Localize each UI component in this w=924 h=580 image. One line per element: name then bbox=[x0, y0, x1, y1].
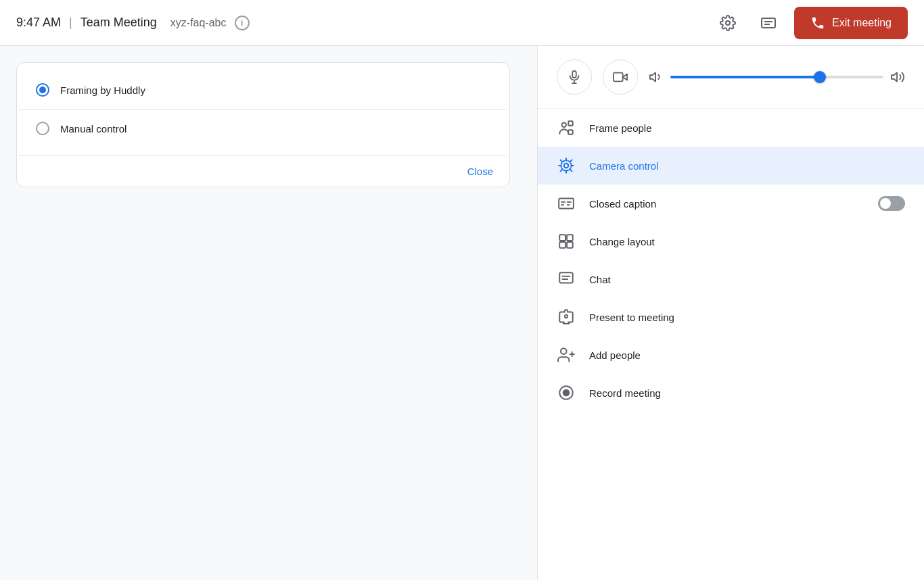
info-icon[interactable]: i bbox=[235, 16, 250, 30]
frame-people-icon bbox=[557, 118, 576, 137]
add-people-icon bbox=[557, 345, 576, 364]
svg-rect-24 bbox=[567, 242, 573, 248]
svg-rect-8 bbox=[614, 73, 623, 82]
camera-card-footer: Close bbox=[17, 156, 509, 187]
audio-controls bbox=[538, 46, 924, 109]
svg-point-28 bbox=[565, 315, 568, 318]
svg-rect-4 bbox=[572, 71, 576, 78]
captions-button[interactable] bbox=[754, 8, 783, 38]
header-right: Exit meeting bbox=[713, 7, 908, 39]
menu-item-change-layout[interactable]: Change layout bbox=[538, 222, 924, 260]
menu-item-present[interactable]: Present to meeting bbox=[538, 298, 924, 336]
volume-low-icon bbox=[649, 70, 664, 84]
gear-icon bbox=[720, 15, 736, 31]
svg-rect-12 bbox=[568, 121, 573, 126]
exit-label: Exit meeting bbox=[832, 17, 892, 29]
svg-rect-13 bbox=[568, 130, 573, 135]
svg-marker-9 bbox=[650, 73, 655, 82]
right-panel: Frame people Camera control bbox=[538, 46, 924, 580]
svg-rect-25 bbox=[559, 272, 573, 283]
left-panel: Framing by Huddly Manual control Close bbox=[0, 46, 538, 580]
header: 9:47 AM | Team Meeting xyz-faq-abc i Exi… bbox=[0, 0, 924, 46]
header-divider: | bbox=[69, 16, 72, 30]
menu-item-frame-people[interactable]: Frame people bbox=[538, 109, 924, 147]
header-title: Team Meeting bbox=[80, 16, 157, 30]
menu-item-camera-control[interactable]: Camera control bbox=[538, 147, 924, 185]
volume-high-icon bbox=[890, 70, 905, 84]
menu-item-record[interactable]: Record meeting bbox=[538, 374, 924, 412]
svg-point-0 bbox=[726, 21, 730, 25]
close-button[interactable]: Close bbox=[467, 166, 493, 177]
svg-marker-7 bbox=[623, 74, 627, 80]
menu-item-add-people[interactable]: Add people bbox=[538, 336, 924, 374]
change-layout-label: Change layout bbox=[589, 236, 905, 247]
radio-framing bbox=[36, 83, 49, 97]
closed-caption-label: Closed caption bbox=[589, 198, 864, 210]
meeting-code: xyz-faq-abc bbox=[170, 17, 227, 29]
menu-item-chat[interactable]: Chat bbox=[538, 260, 924, 298]
svg-point-14 bbox=[564, 164, 569, 168]
frame-people-label: Frame people bbox=[589, 122, 905, 134]
chat-icon bbox=[557, 270, 576, 289]
microphone-icon bbox=[567, 70, 582, 84]
header-left: 9:47 AM | Team Meeting xyz-faq-abc i bbox=[16, 16, 713, 30]
exit-meeting-button[interactable]: Exit meeting bbox=[794, 7, 908, 39]
header-time: 9:47 AM bbox=[16, 16, 61, 30]
present-label: Present to meeting bbox=[589, 312, 905, 323]
volume-control bbox=[649, 70, 905, 84]
framing-label: Framing by Huddly bbox=[60, 84, 145, 96]
svg-point-33 bbox=[563, 390, 570, 396]
captions-icon bbox=[760, 15, 777, 31]
svg-point-11 bbox=[562, 122, 567, 127]
volume-slider[interactable] bbox=[670, 70, 883, 84]
svg-rect-22 bbox=[567, 235, 573, 241]
record-label: Record meeting bbox=[589, 387, 905, 399]
radio-manual bbox=[36, 122, 49, 135]
main-content: Framing by Huddly Manual control Close bbox=[0, 46, 924, 580]
svg-rect-1 bbox=[762, 18, 775, 28]
volume-track bbox=[670, 76, 883, 78]
camera-control-label: Camera control bbox=[589, 160, 905, 172]
change-layout-icon bbox=[557, 232, 576, 251]
chat-label: Chat bbox=[589, 274, 905, 285]
camera-control-card: Framing by Huddly Manual control Close bbox=[16, 62, 510, 187]
record-icon bbox=[557, 383, 576, 402]
toggle-thumb bbox=[880, 198, 891, 209]
present-icon bbox=[557, 308, 576, 327]
add-people-label: Add people bbox=[589, 349, 905, 361]
closed-caption-toggle[interactable] bbox=[878, 196, 905, 211]
settings-menu: Frame people Camera control bbox=[538, 109, 924, 580]
camera-control-icon bbox=[557, 156, 576, 175]
camera-option-manual[interactable]: Manual control bbox=[17, 110, 509, 147]
menu-item-closed-caption[interactable]: Closed caption bbox=[538, 185, 924, 222]
svg-rect-21 bbox=[559, 235, 565, 241]
radio-framing-dot bbox=[39, 87, 46, 93]
svg-point-15 bbox=[561, 160, 571, 170]
camera-options-list: Framing by Huddly Manual control bbox=[17, 63, 509, 155]
svg-rect-23 bbox=[559, 242, 565, 248]
closed-caption-icon bbox=[557, 194, 576, 213]
camera-button[interactable] bbox=[603, 59, 638, 95]
svg-marker-10 bbox=[892, 73, 897, 82]
manual-label: Manual control bbox=[60, 123, 126, 135]
volume-thumb bbox=[814, 71, 826, 83]
video-icon bbox=[613, 70, 628, 84]
camera-option-framing[interactable]: Framing by Huddly bbox=[17, 71, 509, 109]
microphone-button[interactable] bbox=[557, 59, 592, 95]
phone-hangup-icon bbox=[810, 16, 825, 30]
svg-point-29 bbox=[561, 348, 567, 354]
svg-rect-16 bbox=[559, 198, 574, 208]
settings-button[interactable] bbox=[713, 8, 743, 38]
